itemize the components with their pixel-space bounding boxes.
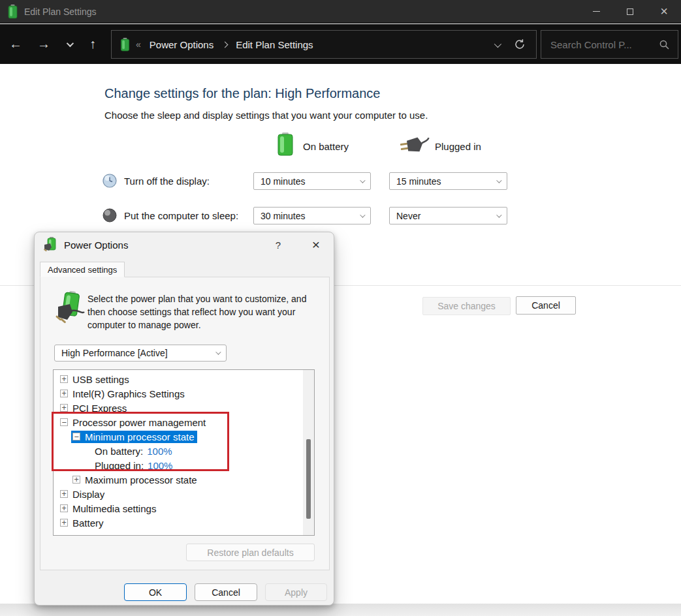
power-options-icon	[44, 237, 58, 253]
tree-item-label: Processor power management	[72, 417, 206, 428]
chevron-down-icon	[67, 39, 74, 46]
apply-button[interactable]: Apply	[265, 583, 327, 601]
tree-item[interactable]: Plugged in:100%	[54, 458, 314, 472]
tree-item[interactable]: +Intel(R) Graphics Settings	[54, 386, 314, 401]
tree-item[interactable]: +Display	[54, 487, 314, 501]
refresh-button[interactable]	[514, 38, 526, 50]
tree-item-label: Maximum processor state	[85, 474, 197, 485]
tree-item-label: Display	[72, 489, 104, 500]
window-controls: ×	[579, 0, 681, 23]
tree-scrollbar[interactable]	[303, 370, 314, 535]
ok-button[interactable]: OK	[124, 583, 187, 601]
breadcrumb-power-options[interactable]: Power Options	[150, 39, 214, 50]
tree-item-label: Plugged in:	[95, 460, 144, 471]
back-icon: ←	[9, 37, 22, 52]
address-bar[interactable]: « Power Options Edit Plan Settings	[111, 30, 537, 59]
tree-item-label: Minimum processor state	[85, 431, 195, 442]
cancel-button[interactable]: Cancel	[516, 296, 576, 315]
dialog-description: Select the power plan that you want to c…	[87, 292, 313, 331]
collapse-icon[interactable]: −	[72, 433, 80, 440]
tree-item[interactable]: +PCI Express	[54, 401, 314, 415]
tree-item-label: USB settings	[72, 374, 129, 385]
minimize-button[interactable]	[579, 0, 613, 23]
address-dropdown-button[interactable]	[494, 38, 499, 50]
breadcrumb-overflow-icon[interactable]: «	[136, 39, 141, 50]
tree-item-label: On battery:	[95, 446, 143, 457]
expand-icon[interactable]: +	[60, 390, 68, 397]
forward-button[interactable]: →	[35, 24, 53, 64]
turn-off-display-label: Turn off the display:	[124, 176, 210, 187]
tree-item-label: Battery	[72, 517, 104, 529]
sleep-plugged-in-select[interactable]: Never	[389, 207, 507, 224]
chevron-down-icon	[496, 177, 501, 183]
page-title: Change settings for the plan: High Perfo…	[104, 86, 380, 101]
on-battery-icon	[277, 132, 293, 156]
expand-icon[interactable]: +	[72, 476, 80, 484]
tree-item-value[interactable]: 100%	[147, 446, 172, 457]
power-plan-icon	[54, 290, 86, 324]
expand-icon[interactable]: +	[60, 375, 68, 383]
tree-item[interactable]: +Maximum processor state	[54, 472, 314, 487]
expand-icon[interactable]: +	[60, 519, 68, 527]
search-input[interactable]	[541, 39, 659, 50]
on-battery-column-header: On battery	[303, 141, 349, 152]
chevron-down-icon	[215, 349, 221, 354]
sleep-icon	[102, 208, 118, 223]
sleep-label: Put the computer to sleep:	[124, 210, 238, 221]
plugged-in-icon	[399, 134, 431, 156]
chevron-down-icon	[360, 212, 365, 217]
up-button[interactable]: ↑	[84, 24, 102, 64]
breadcrumb-separator-icon	[222, 41, 229, 48]
expand-icon[interactable]: +	[60, 490, 68, 498]
maximize-icon	[627, 8, 633, 15]
search-box[interactable]	[541, 30, 678, 59]
display-on-battery-select[interactable]: 10 minutes	[253, 172, 371, 190]
sleep-on-battery-select[interactable]: 30 minutes	[253, 207, 371, 224]
forward-icon: →	[37, 37, 50, 52]
tree-item[interactable]: On battery:100%	[54, 444, 314, 458]
tree-item-value[interactable]: 100%	[148, 460, 172, 471]
dialog-cancel-button[interactable]: Cancel	[195, 583, 257, 601]
tree-scrollbar-thumb[interactable]	[306, 439, 311, 519]
navigation-bar: ← → ↑ « Power Options Edit Plan Settings	[0, 24, 681, 64]
tree-item[interactable]: −Minimum processor state	[54, 429, 314, 444]
expand-icon[interactable]: +	[60, 504, 68, 512]
dialog-close-button[interactable]: ×	[305, 232, 327, 257]
battery-icon	[120, 38, 130, 52]
expand-icon[interactable]: +	[60, 404, 68, 412]
dialog-titlebar: Power Options	[35, 232, 334, 257]
help-button[interactable]: ?	[268, 232, 288, 257]
tree-item[interactable]: +Multimedia settings	[54, 501, 314, 516]
tree-item[interactable]: +USB settings	[54, 372, 314, 386]
sleep-plugged-in-value: Never	[396, 211, 420, 221]
breadcrumb-edit-plan-settings[interactable]: Edit Plan Settings	[236, 39, 313, 50]
save-changes-button[interactable]: Save changes	[422, 297, 511, 315]
close-button[interactable]: ×	[647, 0, 681, 23]
display-on-battery-value: 10 minutes	[261, 176, 305, 187]
restore-plan-defaults-button[interactable]: Restore plan defaults	[186, 544, 315, 561]
recent-locations-button[interactable]	[61, 24, 77, 64]
display-plugged-in-select[interactable]: 15 minutes	[389, 172, 507, 190]
maximize-button[interactable]	[613, 0, 647, 23]
minimize-icon	[593, 11, 600, 12]
window-title: Edit Plan Settings	[24, 7, 97, 17]
close-icon: ×	[660, 5, 668, 18]
back-button[interactable]: ←	[7, 24, 25, 64]
up-icon: ↑	[89, 37, 96, 52]
tree-item-label: PCI Express	[72, 403, 127, 414]
power-plan-value: High Performance [Active]	[61, 348, 168, 358]
tab-advanced-settings[interactable]: Advanced settings	[40, 262, 125, 277]
tree-item[interactable]: +Battery	[54, 516, 314, 530]
chevron-down-icon	[494, 40, 501, 48]
settings-tree[interactable]: +USB settings+Intel(R) Graphics Settings…	[53, 369, 315, 536]
window-titlebar: Edit Plan Settings ×	[0, 0, 681, 23]
tree-item[interactable]: −Processor power management	[54, 415, 314, 429]
power-plan-select[interactable]: High Performance [Active]	[54, 345, 227, 362]
chevron-down-icon	[496, 212, 501, 217]
search-icon[interactable]	[659, 39, 670, 50]
sleep-on-battery-value: 30 minutes	[261, 211, 305, 221]
power-options-dialog: Power Options ? × Advanced settings Sele…	[34, 232, 334, 606]
collapse-icon[interactable]: −	[60, 418, 68, 426]
tree-item-label: Intel(R) Graphics Settings	[72, 388, 185, 399]
display-icon	[102, 173, 118, 189]
